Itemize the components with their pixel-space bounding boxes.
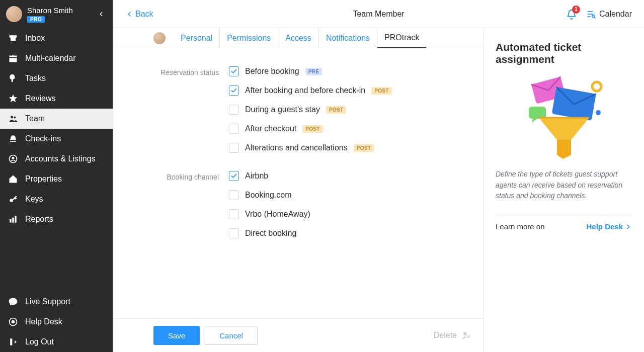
delete-label: Delete: [434, 331, 457, 340]
tab-access[interactable]: Access: [278, 28, 319, 48]
section-label: Reservation status: [153, 66, 219, 153]
svg-line-19: [594, 17, 595, 18]
sidebar-item-helpdesk[interactable]: Help Desk: [0, 312, 113, 332]
svg-rect-6: [10, 141, 16, 142]
notification-count-badge: 1: [572, 6, 580, 14]
pill-pre: PRE: [305, 68, 322, 75]
helpdesk-link[interactable]: Help Desk: [586, 222, 632, 231]
svg-rect-1: [11, 54, 12, 56]
chevron-left-icon: [98, 11, 105, 18]
back-label: Back: [135, 10, 153, 19]
svg-rect-12: [15, 216, 16, 222]
svg-rect-26: [529, 107, 546, 119]
sidebar-item-team[interactable]: Team: [0, 109, 113, 129]
checkbox[interactable]: [229, 209, 239, 219]
option-label: During a guest's stay: [245, 105, 320, 114]
checkbox[interactable]: [229, 171, 239, 181]
tab-permissions[interactable]: Permissions: [220, 28, 278, 48]
tab-notifications[interactable]: Notifications: [319, 28, 377, 48]
topbar: Back Team Member 1 Calendar: [113, 0, 644, 28]
sidebar-nav: Inbox Multi-calendar Tasks Reviews Team …: [0, 28, 113, 229]
save-button[interactable]: Save: [153, 326, 200, 345]
key-icon: [8, 194, 18, 204]
chevron-right-icon: [625, 223, 632, 230]
chat-icon: [8, 297, 18, 307]
calendar-link[interactable]: Calendar: [586, 9, 632, 19]
sidebar-item-label: Help Desk: [25, 317, 62, 326]
option-label: Alterations and cancellations: [245, 143, 348, 152]
team-icon: [8, 114, 18, 124]
cancel-button[interactable]: Cancel: [205, 326, 258, 345]
option-airbnb[interactable]: Airbnb: [229, 171, 310, 181]
option-bookingcom[interactable]: Booking.com: [229, 190, 310, 200]
svg-point-8: [12, 157, 15, 159]
checkbox[interactable]: [229, 85, 239, 96]
svg-rect-10: [10, 219, 11, 223]
tabs: Personal Permissions Access Notification…: [113, 28, 483, 48]
option-label: Direct booking: [245, 229, 296, 238]
svg-marker-29: [539, 118, 589, 140]
option-vrbo[interactable]: Vrbo (HomeAway): [229, 209, 310, 219]
notifications-button[interactable]: 1: [566, 9, 577, 20]
sidebar-item-logout[interactable]: Log Out: [0, 332, 113, 352]
sidebar-item-label: Properties: [25, 174, 62, 184]
svg-rect-0: [10, 55, 17, 62]
sidebar-collapse-button[interactable]: [96, 9, 107, 20]
calendar-search-icon: [586, 9, 596, 19]
member-avatar[interactable]: [153, 32, 166, 44]
avatar[interactable]: [6, 6, 22, 22]
star-icon: [8, 94, 18, 104]
helpdesk-link-label: Help Desk: [586, 222, 623, 231]
svg-point-28: [596, 110, 601, 115]
checkbox[interactable]: [229, 143, 239, 153]
pill-post: POST: [354, 144, 374, 152]
svg-point-18: [592, 15, 595, 17]
option-after-checkout[interactable]: After checkout POST: [229, 124, 392, 134]
sidebar-item-checkins[interactable]: Check-ins: [0, 129, 113, 149]
remove-user-icon: [461, 330, 471, 340]
sidebar-item-reviews[interactable]: Reviews: [0, 89, 113, 109]
divider: [496, 215, 632, 215]
sidebar-item-reports[interactable]: Reports: [0, 209, 113, 229]
sidebar-item-keys[interactable]: Keys: [0, 189, 113, 209]
sidebar-item-livesupport[interactable]: Live Support: [0, 292, 113, 312]
aside-desc: Define the type of tickets guest support…: [496, 169, 632, 202]
checkbox[interactable]: [229, 66, 239, 76]
sidebar-item-label: Team: [25, 114, 45, 123]
sidebar-item-multicalendar[interactable]: Multi-calendar: [0, 48, 113, 68]
pill-post: POST: [371, 87, 391, 95]
option-after-booking-before-checkin[interactable]: After booking and before check-in POST: [229, 85, 392, 96]
tasks-icon: [8, 73, 18, 83]
sidebar-item-label: Keys: [25, 195, 43, 204]
lifebuoy-icon: [8, 317, 18, 327]
option-before-booking[interactable]: Before booking PRE: [229, 66, 392, 76]
checkbox[interactable]: [229, 124, 239, 134]
svg-point-9: [10, 199, 13, 202]
section-reservation-status: Reservation status Before booking PRE Af…: [153, 66, 483, 153]
sidebar-item-accounts[interactable]: Accounts & Listings: [0, 149, 113, 169]
checkbox[interactable]: [229, 228, 239, 238]
content: Personal Permissions Access Notification…: [113, 28, 483, 352]
profile-name: Sharon Smith: [27, 6, 91, 15]
sidebar-item-properties[interactable]: Properties: [0, 169, 113, 189]
tab-personal[interactable]: Personal: [174, 28, 220, 48]
sidebar-item-tasks[interactable]: Tasks: [0, 68, 113, 89]
pill-post: POST: [302, 125, 323, 133]
back-button[interactable]: Back: [125, 10, 153, 19]
delete-button[interactable]: Delete: [434, 330, 471, 340]
option-during-stay[interactable]: During a guest's stay POST: [229, 105, 392, 115]
bell-icon: [8, 134, 18, 144]
help-aside: Automated ticket assignment: [483, 28, 644, 352]
chevron-left-icon: [125, 10, 133, 18]
option-direct-booking[interactable]: Direct booking: [229, 228, 310, 238]
chart-icon: [8, 214, 18, 224]
aside-title: Automated ticket assignment: [496, 41, 632, 65]
option-alterations-cancellations[interactable]: Alterations and cancellations POST: [229, 143, 392, 153]
checkbox[interactable]: [229, 105, 239, 115]
sidebar-footer-nav: Live Support Help Desk Log Out: [0, 292, 113, 352]
tab-protrack[interactable]: PROtrack: [377, 28, 426, 48]
sidebar-item-inbox[interactable]: Inbox: [0, 28, 113, 48]
pro-badge: PRO: [27, 16, 45, 23]
checkbox[interactable]: [229, 190, 239, 200]
profile-block: Sharon Smith PRO: [0, 0, 113, 28]
